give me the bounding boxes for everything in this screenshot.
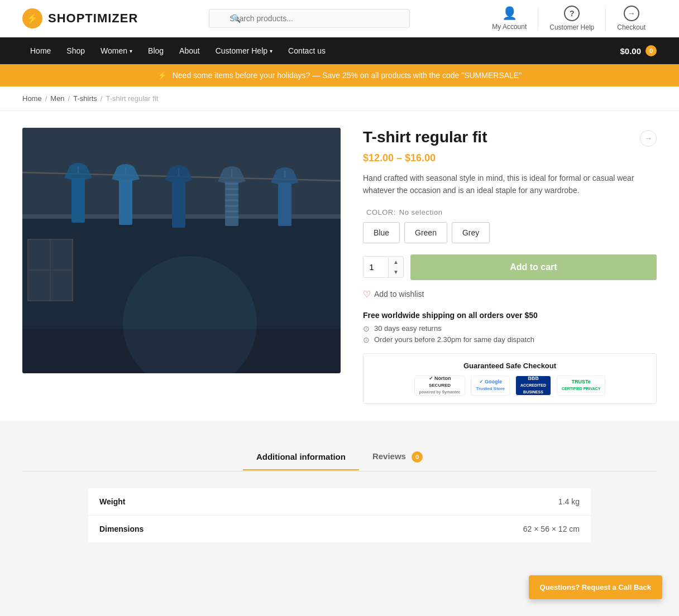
breadcrumb-sep-1: / bbox=[45, 94, 47, 103]
nav-links: Home Shop Women ▾ Blog About Customer He… bbox=[22, 37, 333, 64]
dimensions-label: Dimensions bbox=[99, 524, 267, 533]
shipping-dispatch: ⊙ Order yours before 2.30pm for same day… bbox=[363, 335, 657, 344]
tab-reviews-label: Reviews bbox=[372, 451, 406, 461]
bolt-icon: ⚡ bbox=[157, 71, 167, 80]
nav-bar: Home Shop Women ▾ Blog About Customer He… bbox=[0, 37, 679, 64]
promo-banner: ⚡ Need some items before your holidays? … bbox=[0, 64, 679, 86]
breadcrumb-sep-2: / bbox=[68, 94, 70, 103]
nav-customer-help[interactable]: Customer Help ▾ bbox=[208, 37, 280, 64]
table-row: Weight 1.4 kg bbox=[88, 488, 591, 516]
svg-rect-7 bbox=[119, 179, 132, 225]
top-icons: 👤 My Account ? Customer Help → Checkout bbox=[481, 6, 657, 31]
tab-reviews[interactable]: Reviews 0 bbox=[359, 444, 436, 471]
quantity-up-button[interactable]: ▲ bbox=[389, 257, 403, 267]
breadcrumb-sep-3: / bbox=[101, 94, 103, 103]
norton-badge: ✓ NortonSECUREDpowered by Symantec bbox=[414, 376, 466, 396]
add-to-cart-row: ▲ ▼ Add to cart bbox=[363, 254, 657, 280]
color-options: Blue Green Grey bbox=[363, 222, 657, 243]
add-to-cart-button[interactable]: Add to cart bbox=[410, 254, 657, 280]
color-grey-button[interactable]: Grey bbox=[452, 222, 490, 243]
svg-rect-5 bbox=[71, 178, 85, 223]
svg-rect-9 bbox=[172, 180, 185, 228]
checkout-icon: → bbox=[624, 6, 639, 21]
wishlist-label: Add to wishlist bbox=[374, 290, 424, 299]
shipping-returns: ⊙ 30 days easy returns bbox=[363, 324, 657, 333]
quantity-input[interactable] bbox=[364, 257, 388, 277]
shipping-dispatch-text: Order yours before 2.30pm for same day d… bbox=[374, 335, 534, 344]
dimensions-value: 62 × 56 × 12 cm bbox=[523, 524, 580, 533]
safe-checkout-title: Guaranteed Safe Checkout bbox=[371, 362, 648, 370]
google-badge: ✓ GoogleTrusted Store bbox=[471, 376, 510, 396]
tabs-section: Additional information Reviews 0 Weight … bbox=[0, 421, 679, 565]
logo[interactable]: ⚡ SHOPTIMIZER bbox=[22, 8, 138, 28]
main-content: T-shirt regular fit → $12.00 – $16.00 Ha… bbox=[0, 111, 679, 421]
checkout-icon-item[interactable]: → Checkout bbox=[606, 6, 657, 31]
breadcrumb-home[interactable]: Home bbox=[22, 94, 42, 103]
weight-value: 1.4 kg bbox=[558, 497, 580, 506]
product-description: Hand crafted with seasonal style in mind… bbox=[363, 172, 657, 197]
chevron-down-icon-2: ▾ bbox=[270, 48, 272, 54]
my-account-icon-item[interactable]: 👤 My Account bbox=[481, 6, 538, 31]
safe-checkout: Guaranteed Safe Checkout ✓ NortonSECURED… bbox=[363, 353, 657, 404]
quantity-wrap: ▲ ▼ bbox=[363, 256, 404, 278]
breadcrumb-current: T-shirt regular fit bbox=[106, 94, 158, 103]
nav-about[interactable]: About bbox=[171, 37, 208, 64]
nav-home[interactable]: Home bbox=[22, 37, 59, 64]
nav-contact-us[interactable]: Contact us bbox=[280, 37, 333, 64]
product-info: T-shirt regular fit → $12.00 – $16.00 Ha… bbox=[363, 128, 657, 404]
color-blue-button[interactable]: Blue bbox=[363, 222, 400, 243]
cart-widget[interactable]: $0.00 0 bbox=[620, 45, 657, 56]
trust-badges: ✓ NortonSECUREDpowered by Symantec ✓ Goo… bbox=[371, 376, 648, 396]
nav-women-label: Women bbox=[101, 46, 127, 55]
color-green-button[interactable]: Green bbox=[404, 222, 447, 243]
quantity-down-button[interactable]: ▼ bbox=[389, 267, 403, 277]
breadcrumb-men[interactable]: Men bbox=[50, 94, 64, 103]
color-no-selection: No selection bbox=[399, 208, 443, 216]
customer-help-icon: ? bbox=[564, 6, 580, 21]
logo-text: SHOPTIMIZER bbox=[48, 11, 138, 26]
shipping-title: Free worldwide shipping on all orders ov… bbox=[363, 311, 657, 320]
product-image-wrap bbox=[22, 128, 341, 404]
customer-help-icon-item[interactable]: ? Customer Help bbox=[538, 6, 606, 31]
color-label: COLOR:No selection bbox=[363, 208, 657, 216]
cart-count-badge: 0 bbox=[645, 45, 657, 56]
customer-help-label: Customer Help bbox=[549, 23, 594, 31]
breadcrumb: Home / Men / T-shirts / T-shirt regular … bbox=[0, 86, 679, 111]
my-account-icon: 👤 bbox=[502, 6, 517, 21]
shipping-section: Free worldwide shipping on all orders ov… bbox=[363, 311, 657, 344]
breadcrumb-tshirts[interactable]: T-shirts bbox=[73, 94, 97, 103]
tab-additional-info[interactable]: Additional information bbox=[243, 444, 359, 470]
quantity-arrows: ▲ ▼ bbox=[388, 257, 403, 277]
product-price: $12.00 – $16.00 bbox=[363, 152, 657, 164]
info-table: Weight 1.4 kg Dimensions 62 × 56 × 12 cm bbox=[88, 488, 591, 542]
checkout-label: Checkout bbox=[617, 23, 645, 31]
tabs-header: Additional information Reviews 0 bbox=[22, 443, 657, 471]
product-title: T-shirt regular fit bbox=[363, 128, 487, 147]
search-icon: 🔍 bbox=[231, 14, 241, 23]
svg-rect-11 bbox=[225, 181, 238, 226]
clock-icon-2: ⊙ bbox=[363, 335, 370, 344]
chevron-down-icon: ▾ bbox=[130, 48, 132, 54]
clock-icon-1: ⊙ bbox=[363, 324, 370, 333]
nav-women[interactable]: Women ▾ bbox=[93, 37, 140, 64]
nav-customer-help-label: Customer Help bbox=[216, 46, 267, 55]
top-bar: ⚡ SHOPTIMIZER 🔍 👤 My Account ? Customer … bbox=[0, 0, 679, 37]
product-header: T-shirt regular fit → bbox=[363, 128, 657, 147]
add-to-wishlist-link[interactable]: ♡ Add to wishlist bbox=[363, 289, 657, 300]
search-bar-wrap: 🔍 bbox=[209, 9, 410, 28]
heart-icon: ♡ bbox=[363, 289, 371, 300]
table-row: Dimensions 62 × 56 × 12 cm bbox=[88, 516, 591, 542]
logo-icon: ⚡ bbox=[22, 8, 42, 28]
product-image bbox=[22, 128, 341, 373]
my-account-label: My Account bbox=[492, 23, 527, 31]
nav-blog[interactable]: Blog bbox=[140, 37, 171, 64]
reviews-count-badge: 0 bbox=[412, 451, 423, 463]
shipping-returns-text: 30 days easy returns bbox=[374, 324, 442, 333]
tab-additional-info-label: Additional information bbox=[256, 452, 346, 461]
next-product-button[interactable]: → bbox=[640, 130, 657, 147]
svg-rect-20 bbox=[278, 182, 291, 226]
nav-shop[interactable]: Shop bbox=[59, 37, 93, 64]
promo-text: Need some items before your holidays? — … bbox=[173, 71, 522, 80]
bbb-badge: BBBACCREDITEDBUSINESS bbox=[515, 376, 551, 396]
cart-amount: $0.00 bbox=[620, 46, 641, 56]
